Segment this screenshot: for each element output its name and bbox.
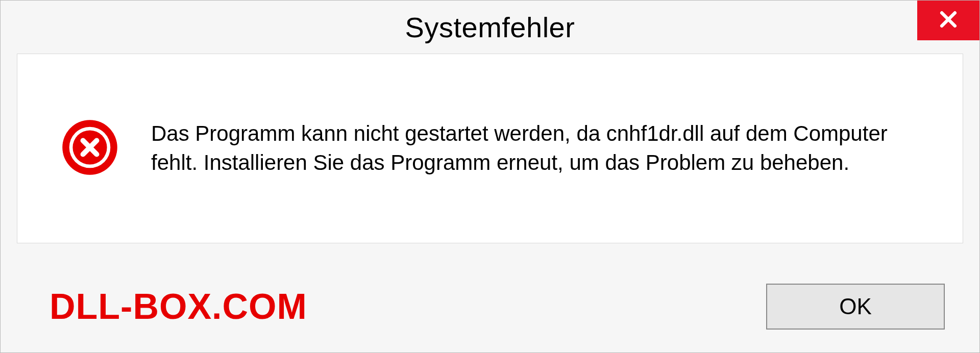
close-icon [937,8,960,33]
dialog-footer: DLL-BOX.COM OK [1,261,979,352]
error-icon [61,119,118,178]
error-message: Das Programm kann nicht gestartet werden… [151,119,942,177]
close-button[interactable] [917,1,979,40]
content-area: Das Programm kann nicht gestartet werden… [17,54,963,243]
ok-button[interactable]: OK [766,284,945,330]
error-dialog: Systemfehler Das Programm kann nicht ges… [0,0,980,353]
titlebar: Systemfehler [1,1,979,54]
watermark-text: DLL-BOX.COM [50,286,307,327]
dialog-title: Systemfehler [405,11,575,44]
